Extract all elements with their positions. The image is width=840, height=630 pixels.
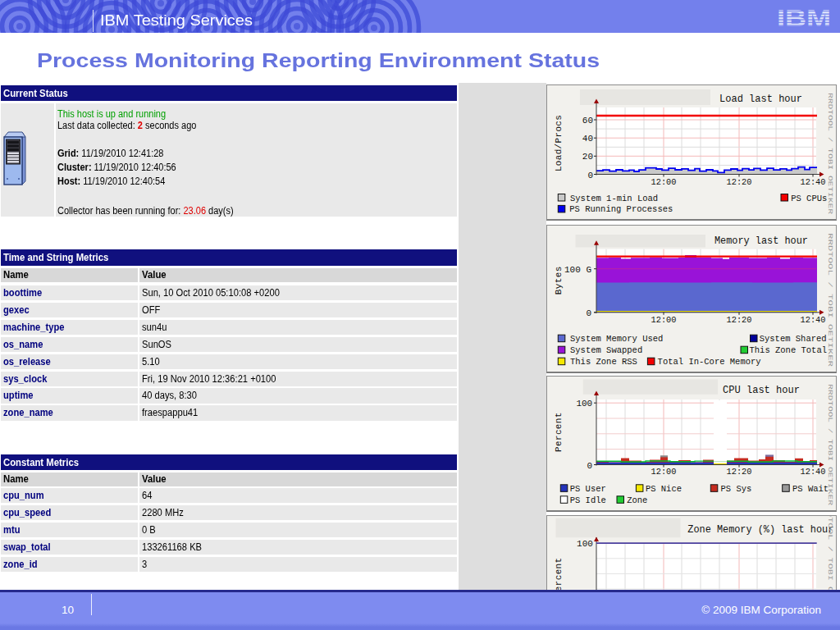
svg-text:PS Nice: PS Nice bbox=[646, 484, 682, 494]
svg-text:RRDTOOL / TOBI OETIKER: RRDTOOL / TOBI OETIKER bbox=[827, 93, 833, 215]
svg-text:System Swapped: System Swapped bbox=[570, 345, 642, 355]
svg-text:Bytes: Bytes bbox=[554, 266, 564, 294]
svg-text:Percent: Percent bbox=[554, 413, 564, 452]
svg-text:CPU last hour: CPU last hour bbox=[723, 384, 800, 396]
svg-text:Load last hour: Load last hour bbox=[719, 93, 802, 105]
svg-text:System Memory Used: System Memory Used bbox=[570, 334, 663, 344]
svg-text:12:00: 12:00 bbox=[651, 177, 677, 187]
svg-text:PS Wait: PS Wait bbox=[792, 484, 829, 494]
svg-text:12:20: 12:20 bbox=[727, 177, 752, 187]
svg-text:12:20: 12:20 bbox=[727, 314, 752, 324]
svg-text:12:00: 12:00 bbox=[651, 467, 677, 477]
svg-text:0: 0 bbox=[587, 461, 593, 471]
svg-text:Total In-Core Memory: Total In-Core Memory bbox=[658, 357, 761, 367]
svg-text:40: 40 bbox=[582, 134, 593, 144]
svg-text:12:40: 12:40 bbox=[801, 467, 826, 477]
svg-text:Zone: Zone bbox=[627, 495, 647, 505]
svg-text:PS Idle: PS Idle bbox=[570, 495, 606, 505]
svg-text:Memory last hour: Memory last hour bbox=[714, 235, 808, 247]
svg-text:RRDTOOL / TOBI OE: RRDTOOL / TOBI OE bbox=[827, 516, 833, 590]
svg-text:This Zone RSS: This Zone RSS bbox=[570, 357, 637, 367]
svg-text:0: 0 bbox=[586, 308, 591, 317]
svg-text:Load/Procs: Load/Procs bbox=[554, 115, 564, 171]
svg-text:60: 60 bbox=[582, 116, 593, 126]
svg-text:12:40: 12:40 bbox=[801, 314, 826, 324]
svg-text:PS Running Processes: PS Running Processes bbox=[569, 204, 673, 214]
svg-text:100: 100 bbox=[577, 539, 593, 549]
svg-text:12:20: 12:20 bbox=[727, 467, 752, 477]
svg-text:0: 0 bbox=[587, 171, 593, 180]
svg-text:100: 100 bbox=[576, 399, 592, 409]
svg-text:PS User: PS User bbox=[570, 484, 606, 494]
svg-text:PS Sys: PS Sys bbox=[721, 484, 752, 494]
svg-text:20: 20 bbox=[582, 152, 593, 162]
svg-text:PS CPUs: PS CPUs bbox=[791, 194, 827, 203]
svg-text:Zone Memory (%) last hour: Zone Memory (%) last hour bbox=[687, 523, 833, 536]
svg-text:12:00: 12:00 bbox=[651, 314, 677, 324]
svg-text:Percent: Percent bbox=[554, 558, 564, 590]
svg-text:System Shared: System Shared bbox=[760, 334, 827, 344]
svg-text:IBM: IBM bbox=[777, 6, 831, 29]
svg-text:System 1-min Load: System 1-min Load bbox=[570, 194, 658, 203]
svg-text:RRDTOOL / TOBI OETIKER: RRDTOOL / TOBI OETIKER bbox=[827, 233, 833, 368]
svg-text:100 G: 100 G bbox=[564, 264, 591, 274]
svg-text:This Zone Total: This Zone Total bbox=[750, 345, 828, 355]
svg-text:12:40: 12:40 bbox=[801, 177, 826, 187]
